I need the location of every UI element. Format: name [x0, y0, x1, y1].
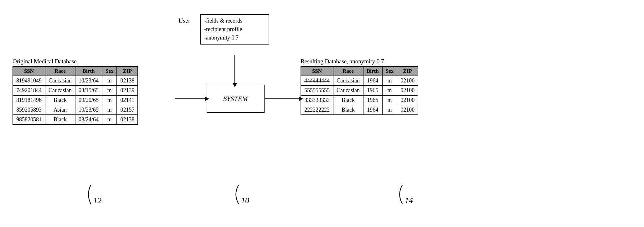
table-cell: 02138 — [117, 76, 138, 86]
table-cell: 10/23/64 — [75, 76, 102, 86]
user-box-line1: -fields & records — [204, 17, 265, 25]
table-cell: 08/24/64 — [75, 115, 102, 124]
table-cell: Caucasian — [333, 86, 363, 95]
diagram-container: User -fields & records -recipient profil… — [0, 0, 644, 227]
table-cell: m — [382, 95, 397, 105]
table-cell: 03/15/65 — [75, 86, 102, 95]
table-cell: 819181496 — [13, 95, 45, 105]
table-cell: 222222222 — [301, 105, 333, 115]
table-cell: 444444444 — [301, 76, 333, 86]
table-cell: m — [382, 105, 397, 115]
orig-col-birth: Birth — [75, 66, 102, 76]
result-db-header-row: SSN Race Birth Sex ZIP — [301, 66, 418, 76]
user-box-line3: -anonymity 0.7 — [204, 34, 265, 42]
table-row: 819181496Black09/20/65m02141 — [13, 95, 138, 105]
orig-col-zip: ZIP — [117, 66, 138, 76]
table-cell: 555555555 — [301, 86, 333, 95]
table-cell: 1964 — [363, 105, 382, 115]
table-cell: m — [102, 105, 117, 115]
table-cell: m — [102, 86, 117, 95]
result-db-title: Resulting Database, anonymity 0.7 — [301, 58, 418, 65]
res-col-race: Race — [333, 66, 363, 76]
res-col-sex: Sex — [382, 66, 397, 76]
table-cell: 859205893 — [13, 105, 45, 115]
table-cell: Caucasian — [45, 76, 75, 86]
svg-text:12: 12 — [93, 196, 101, 205]
orig-col-sex: Sex — [102, 66, 117, 76]
table-cell: 1964 — [363, 76, 382, 86]
table-cell: 02100 — [397, 76, 418, 86]
table-cell: 02157 — [117, 105, 138, 115]
table-row: 859205893Asian10/23/65m02157 — [13, 105, 138, 115]
table-row: 555555555Caucasian1965m02100 — [301, 86, 418, 95]
original-db-section: Original Medical Database SSN Race Birth… — [13, 58, 138, 125]
table-cell: 985820581 — [13, 115, 45, 124]
table-cell: Black — [45, 115, 75, 124]
svg-text:14: 14 — [405, 196, 413, 205]
table-cell: 749201844 — [13, 86, 45, 95]
svg-text:10: 10 — [241, 196, 249, 205]
table-row: 985820581Black08/24/64m02138 — [13, 115, 138, 124]
user-box-line2: -recipient profile — [204, 25, 265, 34]
table-cell: 819491049 — [13, 76, 45, 86]
orig-col-race: Race — [45, 66, 75, 76]
table-cell: m — [382, 76, 397, 86]
table-cell: m — [102, 95, 117, 105]
table-cell: 02100 — [397, 105, 418, 115]
table-cell: 09/20/65 — [75, 95, 102, 105]
res-col-birth: Birth — [363, 66, 382, 76]
original-db-header-row: SSN Race Birth Sex ZIP — [13, 66, 138, 76]
table-cell: Asian — [45, 105, 75, 115]
table-cell: m — [382, 86, 397, 95]
system-box: SYSTEM — [207, 85, 265, 113]
table-row: 819491049Caucasian10/23/64m02138 — [13, 76, 138, 86]
user-box: -fields & records -recipient profile -an… — [200, 14, 269, 45]
table-cell: 1965 — [363, 95, 382, 105]
table-cell: 333333333 — [301, 95, 333, 105]
table-cell: Black — [45, 95, 75, 105]
table-cell: Black — [333, 105, 363, 115]
table-row: 222222222Black1964m02100 — [301, 105, 418, 115]
result-db-table: SSN Race Birth Sex ZIP 444444444Caucasia… — [301, 66, 418, 115]
table-row: 444444444Caucasian1964m02100 — [301, 76, 418, 86]
table-cell: Caucasian — [333, 76, 363, 86]
table-row: 333333333Black1965m02100 — [301, 95, 418, 105]
table-cell: 02141 — [117, 95, 138, 105]
system-label: SYSTEM — [223, 95, 248, 103]
user-label: User — [178, 17, 190, 24]
table-cell: Black — [333, 95, 363, 105]
result-db-section: Resulting Database, anonymity 0.7 SSN Ra… — [301, 58, 418, 115]
table-cell: 10/23/65 — [75, 105, 102, 115]
table-cell: Caucasian — [45, 86, 75, 95]
table-cell: 02100 — [397, 86, 418, 95]
table-cell: 02100 — [397, 95, 418, 105]
table-cell: 02138 — [117, 115, 138, 124]
original-db-title: Original Medical Database — [13, 58, 138, 65]
original-db-table: SSN Race Birth Sex ZIP 819491049Caucasia… — [13, 66, 138, 125]
res-col-zip: ZIP — [397, 66, 418, 76]
table-cell: m — [102, 115, 117, 124]
table-cell: 1965 — [363, 86, 382, 95]
res-col-ssn: SSN — [301, 66, 333, 76]
table-cell: 02139 — [117, 86, 138, 95]
table-row: 749201844Caucasian03/15/65m02139 — [13, 86, 138, 95]
orig-col-ssn: SSN — [13, 66, 45, 76]
table-cell: m — [102, 76, 117, 86]
